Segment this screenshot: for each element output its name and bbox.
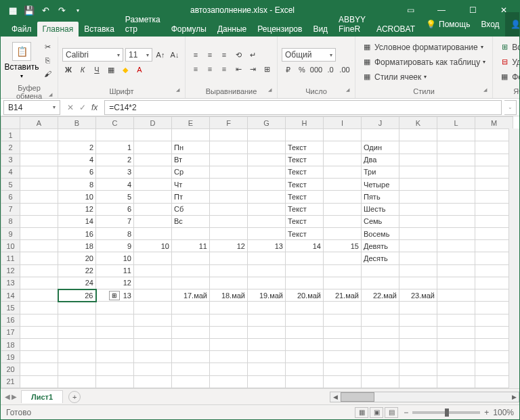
cell[interactable]: 18 (58, 240, 96, 252)
border-icon[interactable]: ▦ (105, 64, 117, 76)
zoom-level[interactable]: 100% (493, 408, 514, 417)
cell[interactable] (58, 326, 96, 338)
row-header[interactable]: 13 (1, 277, 20, 289)
cell[interactable] (134, 302, 172, 314)
tab-formulas[interactable]: Формулы (166, 22, 212, 37)
cell[interactable] (210, 314, 248, 326)
cell[interactable] (437, 375, 475, 388)
cell[interactable] (437, 338, 475, 350)
cell[interactable] (210, 326, 248, 338)
cell[interactable]: 21.май (324, 289, 362, 302)
cell[interactable]: 2 (58, 141, 96, 154)
cell[interactable]: Шесть (362, 203, 399, 215)
cell[interactable]: 18.май (210, 289, 248, 302)
cell[interactable] (134, 351, 172, 363)
autofill-options-icon[interactable]: ⊞ (109, 291, 120, 300)
cut-icon[interactable]: ✂ (41, 41, 53, 53)
cell[interactable] (134, 141, 172, 154)
row-header[interactable]: 7 (1, 203, 20, 215)
cell[interactable]: 4 (96, 179, 134, 191)
cell[interactable] (210, 154, 248, 166)
align-right-icon[interactable]: ≡ (218, 63, 230, 75)
cell[interactable] (172, 252, 210, 264)
column-header[interactable]: B (58, 117, 96, 129)
cell[interactable] (210, 338, 248, 350)
cell[interactable] (248, 203, 286, 215)
cell[interactable] (324, 179, 362, 191)
cell[interactable] (324, 215, 362, 227)
cell[interactable] (362, 277, 399, 289)
cell[interactable]: 26 (58, 289, 96, 302)
cell[interactable] (324, 338, 362, 350)
cell[interactable]: Четыре (362, 179, 399, 191)
redo-icon[interactable]: ↷ (55, 3, 68, 17)
tab-abbyy[interactable]: ABBYY FineR (333, 12, 371, 37)
cell[interactable] (324, 141, 362, 154)
row-header[interactable]: 21 (1, 375, 20, 388)
cell[interactable] (20, 338, 58, 350)
cell[interactable] (475, 338, 513, 350)
cell[interactable] (172, 314, 210, 326)
cell[interactable] (437, 277, 475, 289)
cell[interactable] (437, 154, 475, 166)
cell[interactable] (134, 252, 172, 264)
cell[interactable] (437, 252, 475, 264)
cell[interactable]: 3 (96, 166, 134, 178)
cell[interactable] (134, 203, 172, 215)
tab-review[interactable]: Рецензиров (252, 22, 307, 37)
cell[interactable]: 22 (58, 264, 96, 277)
cell[interactable] (172, 129, 210, 141)
cell[interactable] (58, 338, 96, 350)
cell[interactable]: 20.май (286, 289, 324, 302)
page-layout-icon[interactable]: ▣ (370, 407, 383, 418)
cell[interactable]: Текст (286, 166, 324, 178)
cell[interactable] (210, 302, 248, 314)
font-name-combo[interactable]: Calibri▾ (62, 48, 123, 62)
cell[interactable] (248, 227, 286, 239)
cell[interactable]: 8 (58, 179, 96, 191)
cell[interactable]: 12 (210, 240, 248, 252)
cell[interactable] (58, 363, 96, 375)
dec-decimal-icon[interactable]: .00 (339, 64, 351, 76)
cell[interactable] (399, 277, 437, 289)
cell[interactable]: 20 (58, 252, 96, 264)
cell[interactable] (172, 338, 210, 350)
cell[interactable] (248, 252, 286, 264)
undo-icon[interactable]: ↶ (39, 3, 52, 17)
cell[interactable] (20, 289, 58, 302)
cell[interactable] (134, 154, 172, 166)
cell[interactable] (399, 351, 437, 363)
tab-file[interactable]: Файл (6, 22, 37, 37)
cell[interactable] (475, 141, 513, 154)
cell[interactable]: 11 (96, 264, 134, 277)
cell[interactable] (210, 375, 248, 388)
cell[interactable] (399, 179, 437, 191)
align-left-icon[interactable]: ≡ (190, 63, 202, 75)
cell[interactable]: 19.май (248, 289, 286, 302)
cell[interactable] (172, 277, 210, 289)
cell[interactable] (134, 215, 172, 227)
cell[interactable] (437, 289, 475, 302)
format-painter-icon[interactable]: 🖌 (41, 68, 53, 80)
cell[interactable] (324, 351, 362, 363)
row-header[interactable]: 18 (1, 338, 20, 350)
cell[interactable]: Текст (286, 203, 324, 215)
cell[interactable] (286, 326, 324, 338)
cell[interactable] (96, 351, 134, 363)
cell[interactable] (399, 252, 437, 264)
cell[interactable] (475, 289, 513, 302)
cell[interactable]: Девять (362, 240, 399, 252)
cell[interactable] (324, 154, 362, 166)
column-header[interactable]: E (172, 117, 210, 129)
cell[interactable] (399, 338, 437, 350)
cell[interactable]: 10 (134, 240, 172, 252)
column-header[interactable]: H (286, 117, 324, 129)
cell[interactable]: 8 (96, 227, 134, 239)
cell[interactable] (399, 154, 437, 166)
cell[interactable] (134, 129, 172, 141)
cell[interactable] (248, 129, 286, 141)
cell[interactable] (475, 363, 513, 375)
cell[interactable] (134, 227, 172, 239)
cell[interactable] (96, 314, 134, 326)
align-mid-icon[interactable]: ≡ (204, 49, 216, 61)
